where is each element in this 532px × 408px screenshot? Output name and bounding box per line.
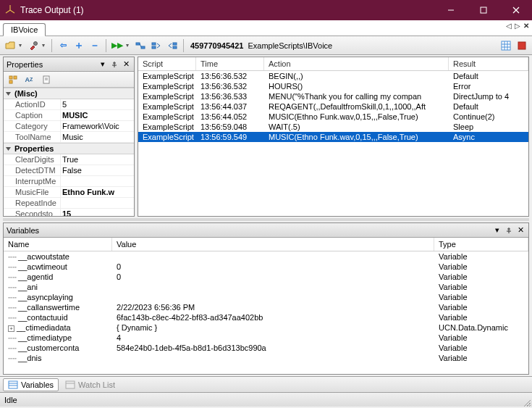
stop-button[interactable] (515, 38, 529, 53)
trace-row[interactable]: ExampleScript13:56:36.533MENU("%Thank yo… (138, 91, 528, 101)
tools-dropdown-icon[interactable]: ▾ (42, 42, 48, 49)
variable-row[interactable]: ⋯⋯__acwoutstateVariable (4, 251, 528, 262)
variables-title: Variables (7, 226, 491, 235)
trace-row[interactable]: ExampleScript13:56:36.532HOURS()Error (138, 81, 528, 91)
categorize-button[interactable] (6, 72, 20, 87)
variable-row[interactable]: ⋯⋯__aniVariable (4, 282, 528, 292)
panel-close-icon[interactable]: ✕ (515, 225, 525, 236)
properties-title: Properties (7, 60, 96, 69)
close-button[interactable] (499, 0, 532, 20)
variable-row[interactable]: ⋯⋯__dnisVariable (4, 353, 528, 363)
titlebar: Trace Output (1) (0, 0, 532, 20)
trace-panel: Script Time Action Result ExampleScript1… (138, 57, 529, 217)
tab-label: IBVoice (11, 25, 38, 34)
open-dropdown-icon[interactable]: ▾ (19, 42, 25, 49)
trace-row[interactable]: ExampleScript13:56:59.549MUSIC(Ethno Fun… (138, 132, 528, 142)
trace-row[interactable]: ExampleScript13:56:44.052MUSIC(Ethno Fun… (138, 112, 528, 122)
document-tabstrip: IBVoice ◁ ▷ ✕ (0, 20, 532, 36)
prop-row[interactable]: ActionID5 (4, 99, 134, 110)
remove-button[interactable]: － (88, 38, 102, 53)
svg-rect-26 (9, 381, 17, 388)
prop-row[interactable]: Secondsto15 (4, 209, 134, 216)
minimize-button[interactable] (434, 0, 467, 20)
tab-scroll-right-icon[interactable]: ▷ (515, 22, 520, 30)
variable-row[interactable]: ⋯⋯__customerconta584e24b0-1deb-4f5a-b8d1… (4, 343, 528, 353)
prop-row[interactable]: ClearDigitsTrue (4, 154, 134, 165)
maximize-button[interactable] (467, 0, 499, 20)
status-text: Idle (4, 396, 17, 404)
trace-header-row: Script Time Action Result (138, 57, 528, 71)
trace-row[interactable]: ExampleScript13:56:59.048WAIT(.5)Sleep (138, 122, 528, 132)
variable-row[interactable]: ⋯⋯__acwtimeout0Variable (4, 262, 528, 272)
open-button[interactable] (3, 38, 17, 53)
tools-button[interactable] (26, 38, 41, 53)
svg-rect-14 (502, 41, 510, 50)
col-var-type[interactable]: Type (434, 238, 528, 251)
variable-row[interactable]: ⋯⋯__asyncplayingVariable (4, 292, 528, 302)
tab-watch-list[interactable]: Watch List (60, 378, 120, 391)
col-script[interactable]: Script (138, 57, 196, 70)
variables-header-row: Name Value Type (4, 238, 528, 251)
propgrid-toolbar: AZ (4, 72, 134, 88)
panel-close-icon[interactable]: ✕ (121, 59, 131, 70)
prop-row[interactable]: CaptionMUSIC (4, 110, 134, 121)
col-action[interactable]: Action (264, 57, 449, 70)
horizontal-splitter[interactable] (3, 218, 529, 221)
property-grid[interactable]: (Misc)ActionID5CaptionMUSICCategoryFrame… (4, 88, 134, 216)
col-time[interactable]: Time (196, 57, 264, 70)
step-over-button[interactable] (133, 38, 148, 53)
variable-row[interactable]: +__ctimediadata{ Dynamic }UCN.Data.Dynam… (4, 322, 528, 333)
tab-variables-label: Variables (21, 380, 54, 389)
prop-row[interactable]: RepeatInde (4, 198, 134, 209)
tab-close-icon[interactable]: ✕ (523, 22, 529, 30)
alpha-sort-button[interactable]: AZ (22, 72, 36, 87)
col-var-name[interactable]: Name (4, 238, 112, 251)
panel-menu-icon[interactable]: ▾ (492, 225, 502, 236)
trace-row[interactable]: ExampleScript13:56:44.037REQAGENT(,,Defa… (138, 101, 528, 112)
step-into-button[interactable] (149, 38, 164, 53)
variables-rows[interactable]: ⋯⋯__acwoutstateVariable⋯⋯__acwtimeout0Va… (4, 251, 528, 374)
tab-variables[interactable]: Variables (3, 378, 59, 391)
tab-scroll-left-icon[interactable]: ◁ (506, 22, 512, 30)
svg-rect-22 (9, 80, 12, 83)
prop-row[interactable]: MusicFileEthno Funk.w (4, 187, 134, 198)
trace-id: 459770945421 (190, 41, 243, 50)
prop-pages-button[interactable] (39, 72, 54, 87)
panel-menu-icon[interactable]: ▾ (98, 59, 108, 70)
col-result[interactable]: Result (449, 57, 528, 70)
prop-row[interactable]: ToolNameMusic (4, 132, 134, 143)
variable-row[interactable]: ⋯⋯__ctimediatype4Variable (4, 333, 528, 343)
trace-rows[interactable]: ExampleScript13:56:36.532BEGIN(,,)Defaul… (138, 71, 528, 216)
prop-category[interactable]: (Misc) (4, 88, 134, 99)
pin-icon[interactable] (109, 59, 119, 70)
variable-row[interactable]: ⋯⋯__agentid0Variable (4, 272, 528, 282)
bottom-tabstrip: Variables Watch List (0, 376, 532, 392)
back-button[interactable]: ⇦ (56, 38, 70, 53)
main-row: Properties ▾ ✕ AZ (Misc)ActionID5Caption… (0, 55, 532, 218)
main-toolbar: ▾ ▾ ⇦ ＋ － ▶▶▾ 459770945421 ExampleScript… (0, 36, 532, 55)
pin-icon[interactable] (504, 225, 514, 236)
run-dropdown-icon[interactable]: ▾ (126, 42, 132, 49)
svg-rect-10 (152, 43, 156, 45)
run-button[interactable]: ▶▶ (110, 38, 124, 53)
variable-row[interactable]: ⋯⋯__callanswertime2/22/2023 6:56:36 PMVa… (4, 302, 528, 312)
resize-grip[interactable] (522, 398, 531, 407)
app-icon (4, 4, 16, 16)
watch-icon (65, 380, 75, 389)
trace-path: ExampleScripts\IBVoice (248, 41, 332, 50)
prop-category[interactable]: Properties (4, 143, 134, 154)
prop-row[interactable]: DetectDTMFalse (4, 165, 134, 176)
step-out-button[interactable] (165, 38, 180, 53)
prop-row[interactable]: InterruptMe (4, 176, 134, 187)
tab-ibvoice[interactable]: IBVoice (3, 23, 46, 36)
col-var-value[interactable]: Value (112, 238, 434, 251)
add-button[interactable]: ＋ (72, 38, 86, 53)
variable-row[interactable]: ⋯⋯__contactuuid6fac143b-c8ec-4b22-bf83-a… (4, 312, 528, 322)
properties-panel: Properties ▾ ✕ AZ (Misc)ActionID5Caption… (3, 57, 135, 217)
svg-rect-11 (152, 46, 156, 49)
trace-row[interactable]: ExampleScript13:56:36.532BEGIN(,,)Defaul… (138, 71, 528, 81)
svg-rect-9 (141, 46, 145, 49)
statusbar: Idle (0, 392, 532, 407)
grid-view-button[interactable] (499, 38, 513, 53)
prop-row[interactable]: CategoryFramework\Voic (4, 121, 134, 132)
